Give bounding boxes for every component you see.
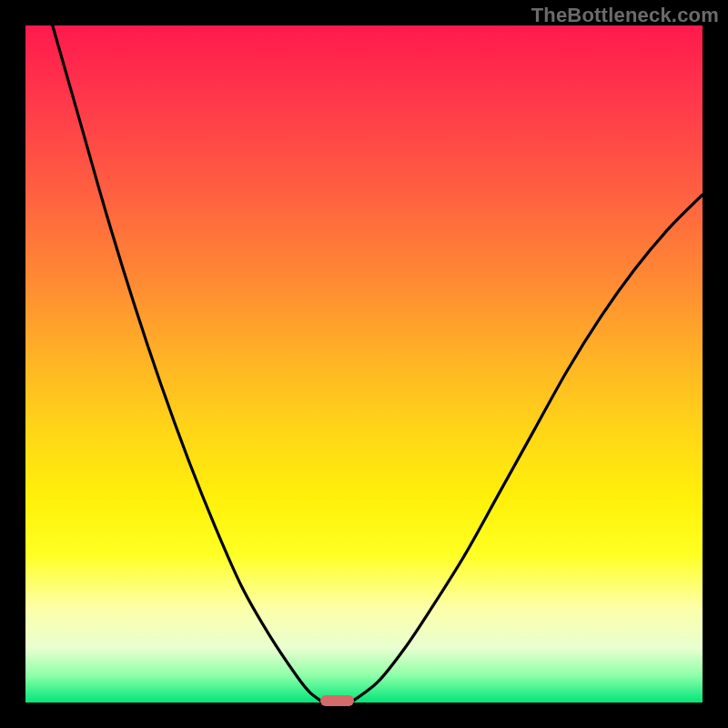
plot-area (25, 25, 703, 703)
optimal-marker (320, 695, 354, 706)
left-curve (53, 25, 324, 703)
curves-svg (25, 25, 703, 703)
watermark-text: TheBottleneck.com (531, 4, 719, 27)
right-curve (350, 195, 703, 703)
chart-frame: TheBottleneck.com (0, 0, 728, 728)
